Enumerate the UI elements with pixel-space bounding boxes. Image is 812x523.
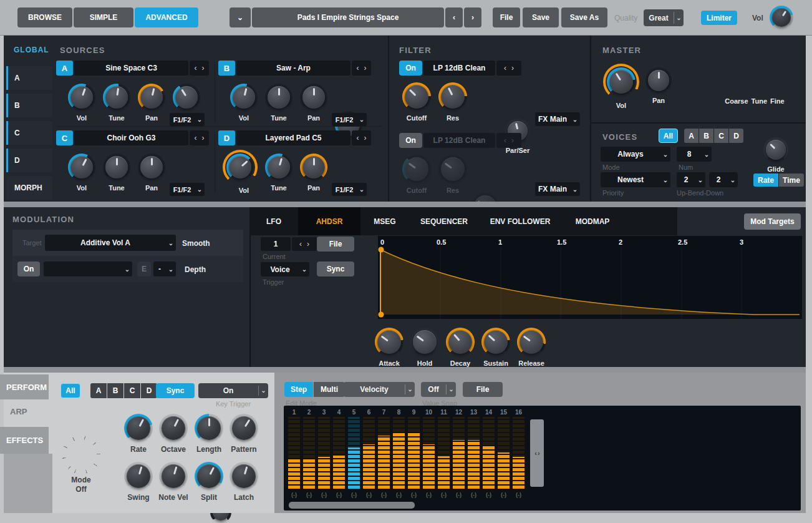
- pattern-knob[interactable]: [230, 414, 258, 442]
- source-d-filter-dropdown[interactable]: F1/F2⌄: [332, 183, 367, 196]
- cutoff-knob[interactable]: [402, 155, 431, 183]
- pan-knob[interactable]: [300, 154, 327, 181]
- voices-a-button[interactable]: A: [684, 129, 698, 143]
- source-a-arrows[interactable]: ‹›: [190, 61, 209, 76]
- source-b-badge[interactable]: B: [218, 61, 235, 76]
- vol-knob[interactable]: [230, 84, 258, 111]
- step-bar[interactable]: [363, 417, 375, 489]
- step-column[interactable]: 3(-): [318, 408, 330, 498]
- preset-menu-button[interactable]: ⌄: [230, 7, 251, 27]
- pan-knob[interactable]: [138, 154, 165, 181]
- split-knob[interactable]: [195, 462, 223, 491]
- vol-knob[interactable]: [68, 84, 95, 111]
- tab-arp[interactable]: ARP: [10, 407, 27, 416]
- tie-icon[interactable]: (-): [411, 492, 417, 498]
- source-c-badge[interactable]: C: [56, 130, 73, 145]
- glide-time-button[interactable]: Time: [779, 174, 804, 187]
- source-b-name[interactable]: Saw - Arp: [236, 61, 350, 76]
- step-column[interactable]: 4(-): [333, 408, 345, 498]
- env-attack-handle[interactable]: [379, 247, 384, 253]
- env-file-button[interactable]: File: [317, 237, 354, 252]
- seq-param-dropdown[interactable]: Velocity⌄: [344, 382, 415, 397]
- tab-lfo[interactable]: LFO: [249, 207, 298, 235]
- source-c-name[interactable]: Choir Ooh G3: [74, 130, 188, 145]
- tie-icon[interactable]: (-): [321, 492, 327, 498]
- edit-mode-step-button[interactable]: Step: [284, 382, 313, 397]
- value-snap-dropdown[interactable]: Off⌄: [421, 382, 456, 397]
- arp-all-button[interactable]: All: [60, 383, 80, 398]
- edit-mode-multi-button[interactable]: Multi: [314, 382, 345, 397]
- tab-global[interactable]: GLOBAL: [14, 46, 49, 54]
- browse-button[interactable]: BROWSE: [17, 7, 72, 27]
- voices-all-button[interactable]: All: [659, 129, 678, 143]
- note-vel-knob[interactable]: [159, 462, 188, 491]
- envelope-display[interactable]: 0 0.5 1 1.5 2 2.5 3: [378, 236, 802, 319]
- quality-dropdown[interactable]: Great ⌄: [644, 9, 684, 26]
- source-d-badge[interactable]: D: [218, 130, 235, 145]
- glide-knob[interactable]: [763, 137, 788, 162]
- filter1-fx-dropdown[interactable]: FX Main⌄: [535, 112, 580, 126]
- source-d-name[interactable]: Layered Pad C5: [236, 130, 350, 145]
- source-a-name[interactable]: Sine Space C3: [74, 61, 188, 76]
- step-column[interactable]: 7(-): [378, 408, 390, 498]
- step-column[interactable]: 13(-): [468, 408, 480, 498]
- arp-b-button[interactable]: B: [107, 383, 123, 398]
- tab-modmap[interactable]: MODMAP: [561, 207, 624, 235]
- vol-knob[interactable]: [68, 154, 95, 181]
- step-column[interactable]: 12(-): [453, 408, 465, 498]
- voices-mode-dropdown[interactable]: Always⌄: [601, 147, 670, 162]
- mod-target-dropdown[interactable]: Additive Vol A⌄: [45, 235, 176, 251]
- voices-priority-dropdown[interactable]: Newest⌄: [601, 172, 670, 187]
- step-column[interactable]: 2(-): [303, 408, 315, 498]
- tab-env-follower[interactable]: ENV FOLLOWER: [479, 207, 561, 235]
- seq-scrollbar[interactable]: [289, 502, 415, 509]
- source-a-filter-dropdown[interactable]: F1/F2⌄: [170, 113, 205, 126]
- voices-d-button[interactable]: D: [729, 129, 743, 143]
- attack-knob[interactable]: [375, 328, 404, 356]
- length-knob[interactable]: [195, 414, 223, 442]
- arp-d-button[interactable]: D: [141, 383, 157, 398]
- filter1-type[interactable]: LP 12dB Clean: [423, 61, 495, 76]
- source-a-badge[interactable]: A: [56, 61, 73, 76]
- tab-effects[interactable]: EFFECTS: [0, 427, 49, 454]
- filter1-on-button[interactable]: On: [399, 61, 422, 76]
- step-bar[interactable]: [348, 417, 360, 489]
- filter2-arrows[interactable]: ‹›: [496, 133, 521, 148]
- latch-knob[interactable]: [230, 462, 258, 491]
- voices-b-button[interactable]: B: [699, 129, 713, 143]
- step-column[interactable]: 5(-): [348, 408, 360, 498]
- tab-mseg[interactable]: MSEG: [360, 207, 409, 235]
- cutoff-knob[interactable]: [402, 82, 431, 111]
- sidebar-item-a[interactable]: A: [6, 66, 52, 90]
- octave-knob[interactable]: [159, 414, 188, 442]
- pan-knob[interactable]: [300, 84, 327, 111]
- step-bar[interactable]: [483, 417, 495, 489]
- step-column[interactable]: 14(-): [483, 408, 495, 498]
- res-knob[interactable]: [438, 155, 467, 183]
- tie-icon[interactable]: (-): [291, 492, 297, 498]
- glide-rate-button[interactable]: Rate: [753, 174, 778, 187]
- output-vol-knob[interactable]: [770, 6, 793, 29]
- step-column[interactable]: 10(-): [423, 408, 435, 498]
- tie-icon[interactable]: (-): [516, 492, 521, 498]
- release-knob[interactable]: [517, 328, 546, 356]
- mod-e-button[interactable]: E: [137, 262, 151, 276]
- tab-perform[interactable]: PERFORM: [0, 374, 49, 399]
- sidebar-item-b[interactable]: B: [6, 94, 52, 117]
- rate-knob[interactable]: [124, 414, 153, 442]
- tie-icon[interactable]: (-): [486, 492, 491, 498]
- pan-knob[interactable]: [138, 84, 165, 111]
- decay-knob[interactable]: [446, 328, 475, 356]
- limiter-button[interactable]: Limiter: [701, 11, 737, 25]
- tie-icon[interactable]: (-): [441, 492, 447, 498]
- env-current-field[interactable]: 1: [261, 237, 291, 251]
- env-trigger-dropdown[interactable]: Voice⌄: [261, 262, 309, 276]
- step-bar[interactable]: [423, 417, 435, 489]
- vol-knob[interactable]: [226, 154, 254, 181]
- tie-icon[interactable]: (-): [336, 492, 342, 498]
- sustain-knob[interactable]: [481, 328, 510, 356]
- mod-targets-button[interactable]: Mod Targets: [744, 213, 801, 230]
- tie-icon[interactable]: (-): [366, 492, 372, 498]
- step-bar[interactable]: [498, 417, 510, 489]
- source-c-filter-dropdown[interactable]: F1/F2⌄: [170, 183, 205, 196]
